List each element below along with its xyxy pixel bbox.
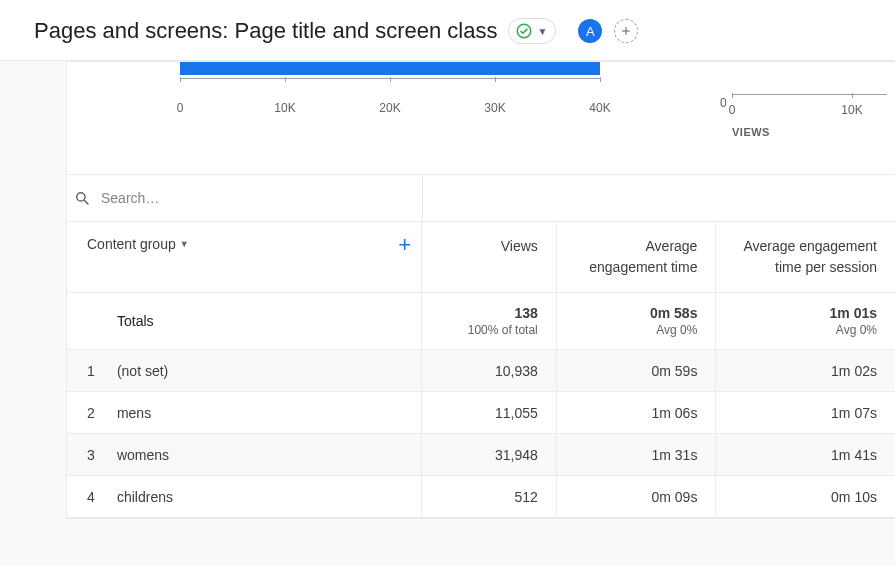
row-aets: 1m 02s (715, 350, 895, 391)
views-axis-label: VIEWS (732, 126, 770, 138)
totals-views-sub: 100% of total (440, 323, 538, 337)
table-row[interactable]: 4 childrens 512 0m 09s 0m 10s (67, 476, 895, 518)
row-dimension: childrens (117, 476, 421, 517)
column-header-views[interactable]: Views (421, 222, 556, 292)
status-dropdown[interactable]: ▼ (508, 18, 557, 44)
totals-aets-sub: Avg 0% (734, 323, 877, 337)
row-dimension: (not set) (117, 350, 421, 391)
row-aets: 1m 07s (715, 392, 895, 433)
totals-aet-sub: Avg 0% (575, 323, 698, 337)
row-dimension: womens (117, 434, 421, 475)
row-views: 31,948 (421, 434, 556, 475)
dimension-header: Content group ▼ + (67, 222, 421, 292)
row-aets: 1m 41s (715, 434, 895, 475)
row-index: 4 (67, 476, 117, 517)
dimension-dropdown[interactable]: Content group ▼ (87, 236, 189, 252)
svg-point-0 (517, 24, 531, 38)
table-body: 1 (not set) 10,938 0m 59s 1m 02s 2 mens … (67, 350, 895, 518)
search-input[interactable] (101, 190, 351, 206)
page-title: Pages and screens: Page title and screen… (34, 18, 498, 44)
totals-row: Totals 138 100% of total 0m 58s Avg 0% 1… (67, 293, 895, 350)
row-aet: 0m 59s (556, 350, 716, 391)
totals-views-value: 138 (440, 305, 538, 321)
row-views: 11,055 (421, 392, 556, 433)
row-aet: 1m 31s (556, 434, 716, 475)
tick-label: 10K (274, 101, 295, 115)
row-index: 3 (67, 434, 117, 475)
row-views: 10,938 (421, 350, 556, 391)
mini-tick-label: 10K (841, 103, 862, 117)
row-index: 1 (67, 350, 117, 391)
row-aet: 1m 06s (556, 392, 716, 433)
mini-x-axis (732, 94, 887, 95)
chart-area: 0 10K 20K 30K 40K 0 0 10K VIEWS (67, 62, 895, 174)
chevron-down-icon: ▼ (538, 26, 548, 37)
totals-label: Totals (67, 293, 421, 349)
search-row (67, 174, 895, 222)
row-aet: 0m 09s (556, 476, 716, 517)
add-segment-button[interactable] (614, 19, 638, 43)
dimension-label: Content group (87, 236, 176, 252)
column-header-avg-engagement[interactable]: Average engagement time (556, 222, 716, 292)
tick-label: 20K (379, 101, 400, 115)
mini-tick-label: 0 (729, 103, 736, 117)
table-row[interactable]: 1 (not set) 10,938 0m 59s 1m 02s (67, 350, 895, 392)
totals-aets: 1m 01s Avg 0% (715, 293, 895, 349)
tick-label: 30K (484, 101, 505, 115)
vertical-divider (422, 175, 423, 221)
totals-aet: 0m 58s Avg 0% (556, 293, 716, 349)
column-header-avg-engagement-session[interactable]: Average engagement time per session (715, 222, 895, 292)
row-dimension: mens (117, 392, 421, 433)
table-row[interactable]: 2 mens 11,055 1m 06s 1m 07s (67, 392, 895, 434)
content-area: 0 10K 20K 30K 40K 0 0 10K VIEWS (0, 61, 895, 566)
check-circle-icon (515, 22, 533, 40)
table-row[interactable]: 3 womens 31,948 1m 31s 1m 41s (67, 434, 895, 476)
tick-label: 0 (177, 101, 184, 115)
totals-views: 138 100% of total (421, 293, 556, 349)
search-icon (73, 189, 91, 207)
segment-badge-a[interactable]: A (578, 19, 602, 43)
tick-label: 40K (589, 101, 610, 115)
topbar: Pages and screens: Page title and screen… (0, 0, 895, 61)
totals-aet-value: 0m 58s (575, 305, 698, 321)
totals-aets-value: 1m 01s (734, 305, 877, 321)
row-index: 2 (67, 392, 117, 433)
svg-line-2 (84, 200, 88, 204)
mini-y-label: 0 (720, 96, 727, 110)
bar-total (180, 62, 600, 75)
add-dimension-button[interactable]: + (398, 236, 411, 254)
row-views: 512 (421, 476, 556, 517)
report-card: 0 10K 20K 30K 40K 0 0 10K VIEWS (66, 61, 895, 519)
column-header-row: Content group ▼ + Views Average engageme… (67, 222, 895, 293)
chevron-down-icon: ▼ (180, 239, 189, 249)
row-aets: 0m 10s (715, 476, 895, 517)
